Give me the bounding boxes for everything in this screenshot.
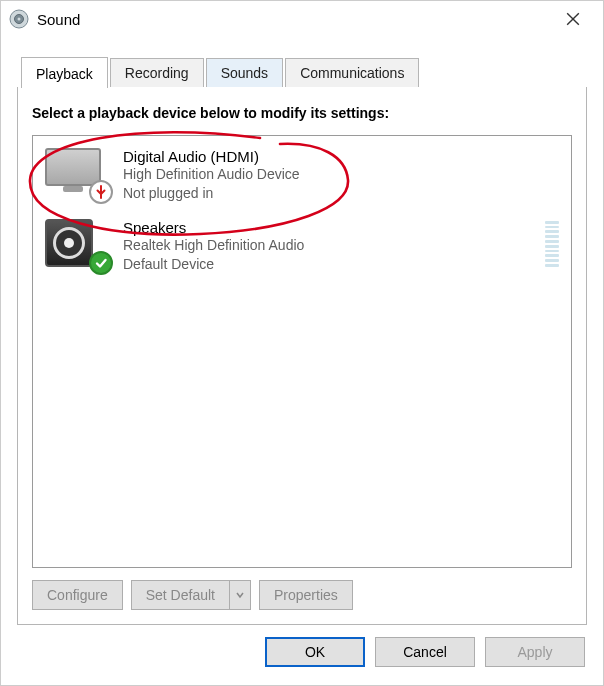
sound-dialog: Sound Playback Recording Sounds Communic… xyxy=(0,0,604,686)
tab-communications[interactable]: Communications xyxy=(285,58,419,87)
speaker-icon xyxy=(45,219,107,269)
tab-recording[interactable]: Recording xyxy=(110,58,204,87)
tab-strip: Playback Recording Sounds Communications xyxy=(1,37,603,87)
sound-icon xyxy=(9,9,29,29)
dialog-button-row: OK Cancel Apply xyxy=(1,637,603,685)
apply-button[interactable]: Apply xyxy=(485,637,585,667)
panel-button-row: Configure Set Default Properties xyxy=(32,580,572,610)
device-description: Realtek High Definition Audio xyxy=(123,236,304,255)
ok-button[interactable]: OK xyxy=(265,637,365,667)
close-button[interactable] xyxy=(551,4,595,34)
device-name: Digital Audio (HDMI) xyxy=(123,148,300,165)
volume-level-meter xyxy=(545,221,559,267)
device-text: Speakers Realtek High Definition Audio D… xyxy=(123,219,304,274)
device-list[interactable]: Digital Audio (HDMI) High Definition Aud… xyxy=(32,135,572,568)
monitor-icon xyxy=(45,148,107,198)
svg-point-2 xyxy=(18,18,21,21)
unplugged-badge-icon xyxy=(89,180,113,204)
device-row-hdmi[interactable]: Digital Audio (HDMI) High Definition Aud… xyxy=(41,142,563,213)
device-status: Not plugged in xyxy=(123,184,300,203)
instructions-text: Select a playback device below to modify… xyxy=(32,105,572,121)
device-text: Digital Audio (HDMI) High Definition Aud… xyxy=(123,148,300,203)
device-status: Default Device xyxy=(123,255,304,274)
titlebar: Sound xyxy=(1,1,603,37)
tab-playback[interactable]: Playback xyxy=(21,57,108,88)
device-description: High Definition Audio Device xyxy=(123,165,300,184)
tab-sounds[interactable]: Sounds xyxy=(206,58,283,87)
set-default-dropdown[interactable] xyxy=(229,580,251,610)
window-title: Sound xyxy=(37,11,551,28)
set-default-split-button[interactable]: Set Default xyxy=(131,580,251,610)
set-default-button[interactable]: Set Default xyxy=(131,580,229,610)
device-name: Speakers xyxy=(123,219,304,236)
playback-panel: Select a playback device below to modify… xyxy=(17,86,587,625)
properties-button[interactable]: Properties xyxy=(259,580,353,610)
default-badge-icon xyxy=(89,251,113,275)
device-row-speakers[interactable]: Speakers Realtek High Definition Audio D… xyxy=(41,213,563,284)
cancel-button[interactable]: Cancel xyxy=(375,637,475,667)
configure-button[interactable]: Configure xyxy=(32,580,123,610)
